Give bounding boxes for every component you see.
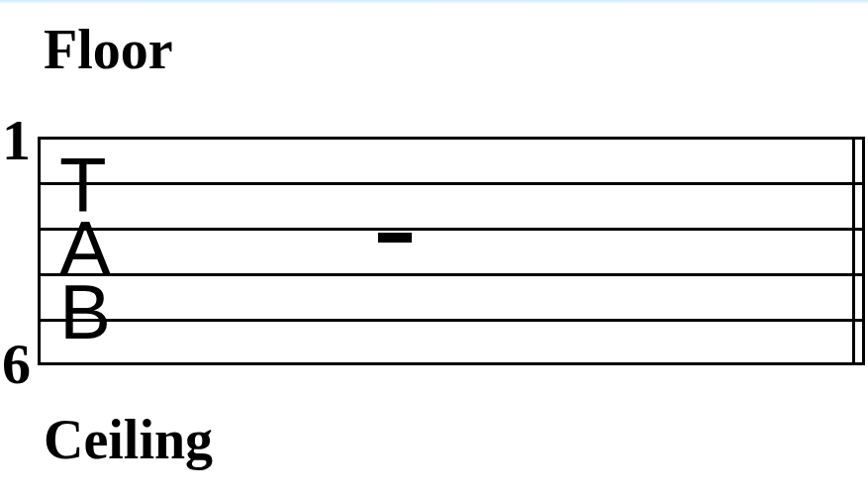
string-number-1: 1 xyxy=(2,107,31,173)
staff-line-6 xyxy=(38,362,865,365)
ceiling-label: Ceiling xyxy=(44,408,213,471)
top-gradient-hint xyxy=(0,0,868,4)
staff-line-3 xyxy=(38,228,865,231)
staff-line-4 xyxy=(38,273,865,276)
staff-line-2 xyxy=(38,182,865,185)
string-number-6: 6 xyxy=(2,331,31,397)
barline-end-inner xyxy=(852,137,855,364)
staff-line-5 xyxy=(38,319,865,322)
barline-start xyxy=(38,137,41,364)
tab-clef: T A B xyxy=(59,148,109,348)
barline-end-outer xyxy=(862,137,865,364)
tab-clef-b: B xyxy=(59,275,109,348)
half-rest xyxy=(378,233,412,243)
floor-label: Floor xyxy=(44,18,173,81)
tab-staff: T A B xyxy=(38,137,865,364)
staff-line-1 xyxy=(38,137,865,140)
